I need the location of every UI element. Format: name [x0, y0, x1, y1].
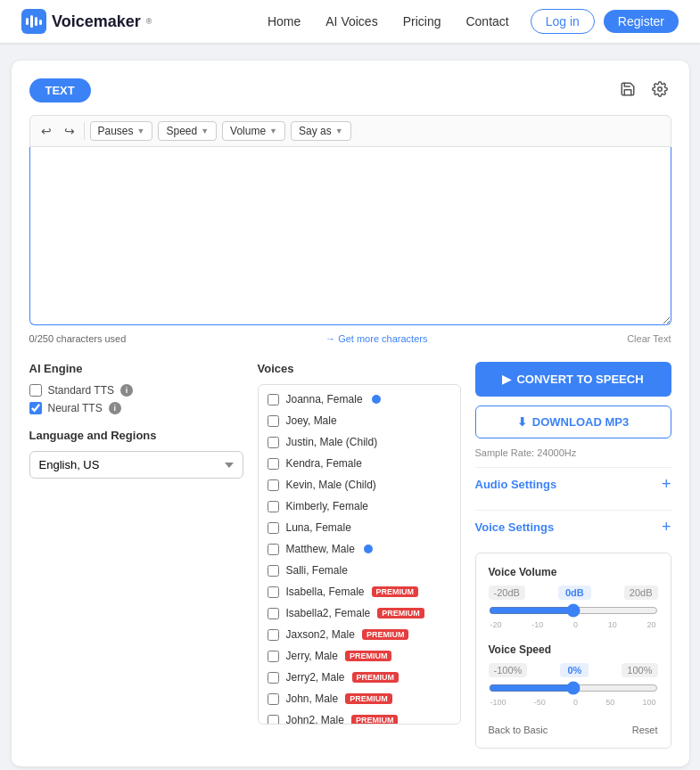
voice-name: John, Male: [286, 692, 339, 705]
voice-speed-label: Voice Speed: [489, 643, 658, 656]
language-select[interactable]: English, US: [29, 451, 243, 479]
convert-button[interactable]: ▶ CONVERT TO SPEECH: [475, 362, 671, 397]
nav-pricing[interactable]: Pricing: [403, 14, 441, 29]
voice-checkbox[interactable]: [268, 715, 279, 725]
voice-item[interactable]: Joanna, Female: [259, 389, 460, 410]
neural-tts-checkbox[interactable]: [29, 402, 42, 414]
redo-button[interactable]: ↪: [61, 122, 78, 140]
voice-item[interactable]: Jerry, MalePremium: [259, 645, 460, 667]
neural-info-icon[interactable]: i: [109, 402, 121, 414]
pauses-dropdown[interactable]: Pauses ▼: [90, 121, 153, 141]
standard-info-icon[interactable]: i: [120, 384, 133, 397]
char-count: 0/250 characters used: [29, 333, 127, 344]
voice-item[interactable]: Isabella2, FemalePremium: [259, 602, 460, 624]
premium-badge: Premium: [377, 608, 424, 618]
sample-rate: Sample Rate: 24000Hz: [475, 447, 671, 458]
nav-contact[interactable]: Contact: [465, 14, 508, 29]
neural-tts-option[interactable]: Neural TTS i: [29, 402, 243, 414]
voice-item[interactable]: Isabella, FemalePremium: [259, 581, 460, 602]
voice-checkbox[interactable]: [268, 565, 279, 577]
get-more-link[interactable]: → Get more characters: [325, 333, 427, 344]
reset-link[interactable]: Reset: [632, 725, 658, 735]
nav-home[interactable]: Home: [268, 14, 301, 29]
volume-slider[interactable]: [489, 603, 658, 618]
premium-badge: Premium: [345, 693, 392, 704]
voice-name: Isabella, Female: [286, 586, 365, 598]
audio-settings-accordion[interactable]: Audio Settings +: [475, 467, 671, 501]
neural-tts-label: Neural TTS: [48, 402, 103, 414]
voice-name: Jerry, Male: [286, 650, 338, 662]
navbar: Voicemaker ® Home AI Voices Pricing Cont…: [0, 0, 700, 43]
say-as-dropdown[interactable]: Say as ▼: [291, 121, 351, 141]
voice-name: Joey, Male: [286, 414, 337, 427]
text-tab-button[interactable]: TEXT: [29, 78, 91, 102]
volume-max-label: 20dB: [624, 586, 658, 600]
voice-checkbox[interactable]: [268, 608, 279, 619]
audio-settings-label: Audio Settings: [475, 478, 557, 491]
voice-volume-group: Voice Volume -20dB 0dB 20dB -20 -10 0 10…: [489, 566, 658, 629]
voice-checkbox[interactable]: [268, 629, 279, 641]
voice-checkbox[interactable]: [268, 672, 279, 684]
voice-item[interactable]: Kevin, Male (Child): [259, 474, 460, 496]
voice-settings-box: Voice Volume -20dB 0dB 20dB -20 -10 0 10…: [475, 553, 671, 749]
svg-point-5: [657, 86, 662, 91]
undo-button[interactable]: ↩: [37, 122, 55, 140]
save-icon-button[interactable]: [616, 79, 639, 102]
clear-text-button[interactable]: Clear Text: [627, 333, 671, 344]
voice-item[interactable]: Joey, Male: [259, 410, 460, 431]
voice-checkbox[interactable]: [268, 479, 279, 491]
svg-rect-1: [26, 18, 29, 25]
voice-item[interactable]: Kimberly, Female: [259, 496, 460, 517]
speed-ticks: -100 -50 0 50 100: [489, 698, 658, 707]
voice-item[interactable]: Matthew, Male: [259, 538, 460, 560]
speed-dropdown[interactable]: Speed ▼: [158, 121, 217, 141]
text-input[interactable]: [29, 147, 671, 325]
standard-tts-label: Standard TTS: [48, 384, 114, 397]
voice-checkbox[interactable]: [268, 501, 279, 512]
voice-item[interactable]: John2, MalePremium: [259, 709, 460, 724]
voice-checkbox[interactable]: [268, 458, 279, 470]
nav-ai-voices[interactable]: AI Voices: [325, 14, 377, 29]
voice-item[interactable]: Jaxson2, MalePremium: [259, 624, 460, 645]
standard-tts-option[interactable]: Standard TTS i: [29, 384, 243, 397]
navbar-links: Home AI Voices Pricing Contact: [268, 14, 509, 29]
voice-settings-accordion[interactable]: Voice Settings +: [475, 510, 671, 544]
voice-checkbox[interactable]: [268, 522, 279, 534]
audio-settings-plus-icon: +: [662, 475, 671, 494]
voice-item[interactable]: Luna, Female: [259, 517, 460, 538]
login-button[interactable]: Log in: [531, 9, 595, 34]
standard-tts-checkbox[interactable]: [29, 384, 42, 397]
voice-item[interactable]: John, MalePremium: [259, 688, 460, 709]
download-icon: ⬇: [517, 415, 527, 429]
voices-list[interactable]: Joanna, FemaleJoey, MaleJustin, Male (Ch…: [259, 385, 460, 724]
volume-center-label: 0dB: [558, 586, 591, 600]
voice-item[interactable]: Kendra, Female: [259, 453, 460, 474]
voices-title: Voices: [258, 362, 461, 375]
voice-checkbox[interactable]: [268, 651, 279, 662]
settings-icon-button[interactable]: [648, 79, 671, 102]
speed-min-label: -100%: [489, 663, 528, 677]
back-to-basic-link[interactable]: Back to Basic: [489, 725, 548, 735]
speed-slider[interactable]: [489, 681, 658, 695]
settings-bottom-links: Back to Basic Reset: [489, 721, 658, 735]
register-button[interactable]: Register: [604, 10, 679, 33]
download-button[interactable]: ⬇ DOWNLOAD MP3: [475, 405, 671, 438]
say-as-caret: ▼: [335, 127, 343, 135]
voice-checkbox[interactable]: [268, 394, 279, 405]
premium-badge: Premium: [362, 629, 409, 640]
voice-checkbox[interactable]: [268, 437, 279, 448]
voice-checkbox[interactable]: [268, 415, 279, 427]
voice-checkbox[interactable]: [268, 544, 279, 555]
tick-vol-3: 0: [573, 620, 578, 629]
new-badge: [364, 545, 373, 553]
voice-checkbox[interactable]: [268, 586, 279, 598]
voice-name: Kimberly, Female: [286, 500, 368, 512]
voice-speed-group: Voice Speed -100% 0% 100% -100 -50 0 50 …: [489, 643, 658, 707]
voice-item[interactable]: Justin, Male (Child): [259, 431, 460, 453]
voice-item[interactable]: Jerry2, MalePremium: [259, 667, 460, 688]
voice-settings-plus-icon: +: [662, 518, 671, 537]
voice-item[interactable]: Salli, Female: [259, 560, 460, 581]
volume-dropdown[interactable]: Volume ▼: [222, 121, 285, 141]
voice-checkbox[interactable]: [268, 693, 279, 705]
editor-header: TEXT: [29, 78, 671, 102]
